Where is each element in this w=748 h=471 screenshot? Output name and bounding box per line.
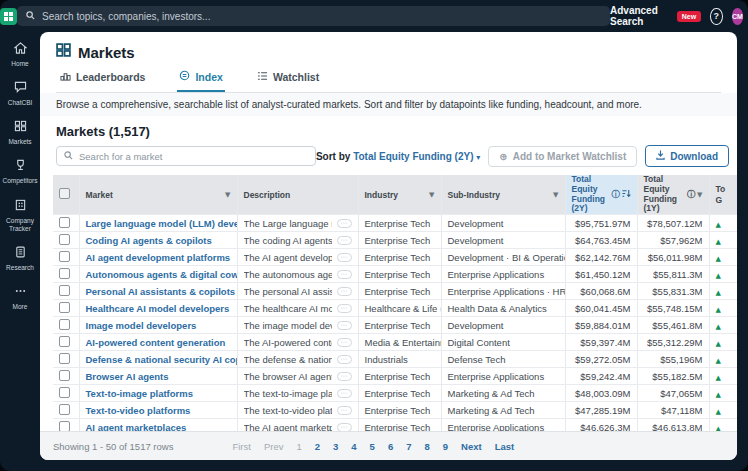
row-checkbox[interactable] [53, 368, 79, 385]
market-link[interactable]: Text-to-video platforms [86, 405, 191, 416]
market-link[interactable]: Large language model (LLM) developers [86, 218, 238, 229]
column-header-description[interactable]: Description [237, 175, 358, 215]
market-link[interactable]: Text-to-image platforms [86, 388, 194, 399]
row-checkbox[interactable] [53, 351, 79, 368]
pagination-page-8[interactable]: 8 [425, 441, 430, 452]
advanced-search-link[interactable]: Advanced Search [610, 5, 668, 27]
row-checkbox[interactable] [53, 232, 79, 249]
table-header-row: Market▼ Description Industry▼ Sub-Indust… [53, 175, 737, 215]
sidebar-item-markets[interactable]: Markets [0, 118, 40, 146]
sub-industry-cell: Marketing & Ad Tech [441, 402, 565, 419]
table-row: Coding AI agents & copilots The coding A… [53, 232, 737, 249]
growth-cell: ▲ [709, 249, 737, 266]
pagination-page-2[interactable]: 2 [315, 441, 320, 452]
market-search-input[interactable]: Search for a market [56, 146, 316, 166]
market-link[interactable]: Browser AI agents [86, 371, 169, 382]
pagination-page-7[interactable]: 7 [406, 441, 411, 452]
sort-arrow-icon[interactable]: ▼ [697, 191, 702, 199]
trophy-icon [14, 157, 27, 175]
pagination-page-3[interactable]: 3 [333, 441, 338, 452]
row-checkbox[interactable] [53, 419, 79, 431]
add-to-watchlist-button[interactable]: ⊕ Add to Market Watchlist [488, 146, 637, 167]
expand-ellipsis-button[interactable]: ··· [337, 389, 352, 398]
row-checkbox[interactable] [53, 283, 79, 300]
pagination-page-9[interactable]: 9 [443, 441, 448, 452]
expand-ellipsis-button[interactable]: ··· [337, 321, 352, 330]
sort-desc-icon[interactable] [622, 189, 631, 200]
row-checkbox[interactable] [53, 385, 79, 402]
pagination-next[interactable]: Next [461, 441, 482, 452]
sidebar-item-chatcbi[interactable]: ChatCBI [0, 79, 40, 107]
tab-index[interactable]: Index [177, 70, 224, 92]
user-avatar[interactable]: CM [732, 8, 744, 25]
pagination-page-4[interactable]: 4 [351, 441, 356, 452]
expand-ellipsis-button[interactable]: ··· [337, 423, 352, 431]
market-link[interactable]: AI-powered content generation [86, 337, 226, 348]
column-header-market[interactable]: Market▼ [79, 175, 237, 215]
row-checkbox[interactable] [53, 249, 79, 266]
tef-2y-cell: $60,041.45M [565, 300, 637, 317]
row-checkbox[interactable] [53, 215, 79, 232]
sidebar-item-competitors[interactable]: Competitors [0, 157, 40, 185]
cbinsights-logo[interactable] [0, 8, 17, 25]
row-checkbox[interactable] [53, 402, 79, 419]
sort-by-dropdown[interactable]: Sort by Total Equity Funding (2Y) ▾ [316, 151, 480, 162]
expand-ellipsis-button[interactable]: ··· [337, 355, 352, 364]
markets-table: Market▼ Description Industry▼ Sub-Indust… [53, 175, 737, 431]
table-row: AI-powered content generation The AI-pow… [53, 334, 737, 351]
pagination-page-1[interactable]: 1 [296, 441, 301, 452]
tab-watchlist[interactable]: Watchlist [255, 70, 321, 92]
column-header-growth[interactable]: ToG [709, 175, 737, 215]
sidebar-item-home[interactable]: Home [0, 40, 40, 68]
description-cell: The image model developers market··· [237, 317, 358, 334]
pagination-first[interactable]: First [232, 441, 250, 452]
tab-leaderboards[interactable]: Leaderboards [58, 70, 147, 92]
pagination-last[interactable]: Last [495, 441, 515, 452]
sidebar-item-company-tracker[interactable]: Company Tracker [0, 197, 40, 233]
expand-ellipsis-button[interactable]: ··· [337, 253, 352, 262]
up-triangle-icon: ▲ [716, 221, 721, 229]
sidebar-item-more[interactable]: More [0, 283, 40, 311]
expand-ellipsis-button[interactable]: ··· [337, 304, 352, 313]
market-link[interactable]: Coding AI agents & copilots [86, 235, 212, 246]
market-link[interactable]: Personal AI assistants & copilots [86, 286, 236, 297]
home-icon [14, 40, 27, 58]
expand-ellipsis-button[interactable]: ··· [337, 287, 352, 296]
sub-industry-cell: Development [441, 317, 565, 334]
help-icon[interactable]: ? [710, 8, 722, 25]
row-checkbox[interactable] [53, 266, 79, 283]
market-link[interactable]: Defense & national security AI copilots [86, 354, 238, 365]
column-header-sub-industry[interactable]: Sub-Industry▼ [441, 175, 565, 215]
market-link[interactable]: AI agent development platforms [86, 252, 231, 263]
tef-2y-cell: $59,884.01M [565, 317, 637, 334]
column-header-tef-1y[interactable]: Total Equity Funding (1Y) ⓘ▼ [637, 175, 709, 215]
column-header-industry[interactable]: Industry▼ [358, 175, 441, 215]
market-link[interactable]: Image model developers [86, 320, 197, 331]
market-link[interactable]: AI agent marketplaces [86, 422, 187, 431]
row-checkbox[interactable] [53, 300, 79, 317]
market-link[interactable]: Autonomous agents & digital coworkers [86, 269, 238, 280]
global-search-input[interactable]: Search topics, companies, investors... [17, 6, 610, 26]
expand-ellipsis-button[interactable]: ··· [337, 270, 352, 279]
table-row: Text-to-video platforms The text-to-vide… [53, 402, 737, 419]
pagination-page-6[interactable]: 6 [388, 441, 393, 452]
pagination-prev[interactable]: Prev [264, 441, 284, 452]
expand-ellipsis-button[interactable]: ··· [337, 406, 352, 415]
expand-ellipsis-button[interactable]: ··· [337, 338, 352, 347]
expand-ellipsis-button[interactable]: ··· [337, 236, 352, 245]
info-icon[interactable]: ⓘ [687, 189, 695, 200]
info-icon[interactable]: ⓘ [612, 189, 620, 200]
row-checkbox[interactable] [53, 317, 79, 334]
tef-2y-cell: $61,450.12M [565, 266, 637, 283]
pagination-page-5[interactable]: 5 [370, 441, 375, 452]
expand-ellipsis-button[interactable]: ··· [337, 372, 352, 381]
download-button[interactable]: Download [645, 145, 729, 167]
up-triangle-icon: ▲ [716, 255, 721, 263]
select-all-checkbox[interactable] [53, 175, 79, 215]
expand-ellipsis-button[interactable]: ··· [337, 219, 352, 228]
sidebar-item-research[interactable]: Research [0, 244, 40, 272]
document-icon [14, 244, 27, 262]
column-header-tef-2y[interactable]: Total Equity Funding (2Y) ⓘ [565, 175, 637, 215]
row-checkbox[interactable] [53, 334, 79, 351]
market-link[interactable]: Healthcare AI model developers [86, 303, 230, 314]
